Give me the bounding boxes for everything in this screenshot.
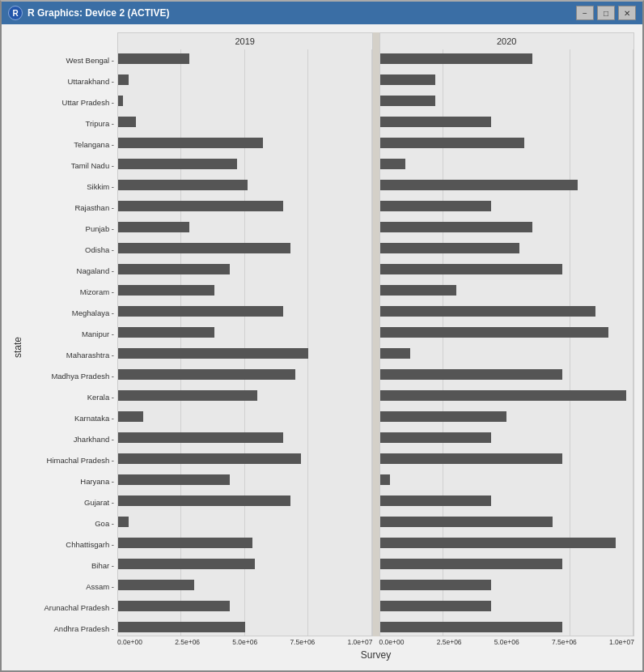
bar-row	[118, 177, 372, 192]
bar-2019	[118, 411, 143, 422]
state-label: Jharkhand -	[24, 431, 117, 447]
x-tick-2019: 7.5e+06	[290, 638, 315, 646]
panel-2019: 2019	[117, 32, 373, 636]
chart-area: state West Bengal -Uttarakhand -Uttar Pr…	[2, 24, 642, 670]
panel-2019-content	[118, 49, 372, 636]
bar-2019	[118, 138, 263, 148]
bar-row	[118, 535, 372, 550]
bar-row	[118, 388, 372, 402]
bar-row	[118, 93, 372, 108]
x-axis-label: Survey	[117, 646, 634, 662]
bar-row	[380, 472, 634, 487]
x-tick-2019: 2.5e+06	[175, 638, 200, 646]
state-label: Maharashtra -	[24, 347, 117, 363]
state-label: Uttarakhand -	[24, 73, 117, 89]
bar-row	[118, 409, 372, 423]
bar-row	[380, 430, 634, 444]
x-axis-panel-2019: 0.0e+002.5e+065.0e+067.5e+061.0e+07	[117, 636, 373, 646]
bar-row	[118, 156, 372, 171]
bar-2019	[118, 117, 136, 127]
bar-2020	[380, 390, 626, 401]
title-bar: R R Graphics: Device 2 (ACTIVE) − □ ✕	[2, 2, 642, 24]
bar-row	[118, 283, 372, 297]
close-button[interactable]: ✕	[618, 6, 636, 20]
bar-row	[380, 493, 634, 508]
bar-row	[118, 240, 372, 255]
bar-2019	[118, 96, 123, 106]
bar-row	[380, 514, 634, 529]
state-label: Goa -	[24, 515, 117, 531]
bar-2020	[380, 369, 563, 380]
state-label: Himachal Pradesh -	[24, 452, 117, 468]
bar-row	[380, 619, 634, 634]
state-label: Odisha -	[24, 241, 117, 257]
state-label: Rajasthan -	[24, 199, 117, 215]
bar-row	[118, 367, 372, 381]
y-axis-label: state	[10, 32, 24, 662]
bar-row	[380, 556, 634, 571]
bar-row	[380, 451, 634, 466]
bar-2020	[380, 538, 616, 548]
bar-2019	[118, 601, 230, 611]
bar-row	[118, 346, 372, 360]
state-label: Meghalaya -	[24, 304, 117, 321]
bar-row	[380, 388, 634, 402]
maximize-button[interactable]: □	[597, 6, 615, 20]
x-axis-spacer	[24, 636, 117, 646]
bar-2020	[380, 432, 492, 443]
bar-2019	[118, 517, 129, 527]
bar-row	[380, 72, 634, 87]
state-label: Gujarat -	[24, 494, 117, 510]
panel-2020-title: 2020	[380, 33, 634, 49]
state-label: Nagaland -	[24, 262, 117, 279]
bars-2020	[380, 49, 634, 636]
bar-row	[380, 114, 634, 129]
bar-row	[380, 283, 634, 297]
panel-separator	[373, 32, 379, 636]
panel-2020-content	[380, 49, 634, 636]
state-label: Chhattisgarh -	[24, 536, 117, 552]
bar-2020	[380, 580, 492, 590]
minimize-button[interactable]: −	[576, 6, 594, 20]
bar-2020	[380, 53, 532, 64]
bar-2019	[118, 390, 257, 401]
bar-row	[118, 577, 372, 592]
x-tick-2019: 1.0e+07	[348, 638, 373, 646]
bar-row	[118, 304, 372, 318]
bar-row	[380, 367, 634, 381]
bar-row	[118, 430, 372, 444]
bar-2020	[380, 306, 595, 317]
bar-row	[380, 598, 634, 613]
bar-2020	[380, 495, 492, 506]
bar-row	[118, 262, 372, 276]
bar-row	[380, 577, 634, 592]
chart-inner: West Bengal -Uttarakhand -Uttar Pradesh …	[24, 32, 634, 662]
bar-2019	[118, 222, 189, 232]
bar-row	[118, 72, 372, 87]
bar-row	[380, 177, 634, 192]
state-label: Arunachal Pradesh -	[24, 599, 117, 615]
state-label: Sikkim -	[24, 178, 117, 194]
bar-row	[380, 135, 634, 150]
bar-row	[118, 451, 372, 466]
bars-2019	[118, 49, 372, 636]
bar-row	[380, 156, 634, 171]
state-label: West Bengal -	[24, 52, 117, 68]
x-tick-2020: 2.5e+06	[437, 638, 462, 646]
x-tick-2019: 5.0e+06	[232, 638, 257, 646]
x-axis-area: 0.0e+002.5e+065.0e+067.5e+061.0e+07 0.0e…	[24, 636, 634, 646]
bar-2020	[380, 559, 563, 569]
bar-row	[380, 304, 634, 318]
bar-row	[118, 514, 372, 529]
state-label: Bihar -	[24, 557, 117, 573]
r-logo-icon: R	[8, 6, 23, 20]
state-label: Haryana -	[24, 473, 117, 489]
state-label: Manipur -	[24, 325, 117, 342]
x-ticks-2019: 0.0e+002.5e+065.0e+067.5e+061.0e+07	[117, 638, 373, 646]
bar-2020	[380, 411, 507, 422]
bar-row	[118, 493, 372, 508]
chart-container: state West Bengal -Uttarakhand -Uttar Pr…	[10, 32, 634, 662]
bar-2019	[118, 243, 290, 253]
bar-2020	[380, 96, 436, 106]
title-bar-left: R R Graphics: Device 2 (ACTIVE)	[8, 6, 169, 20]
